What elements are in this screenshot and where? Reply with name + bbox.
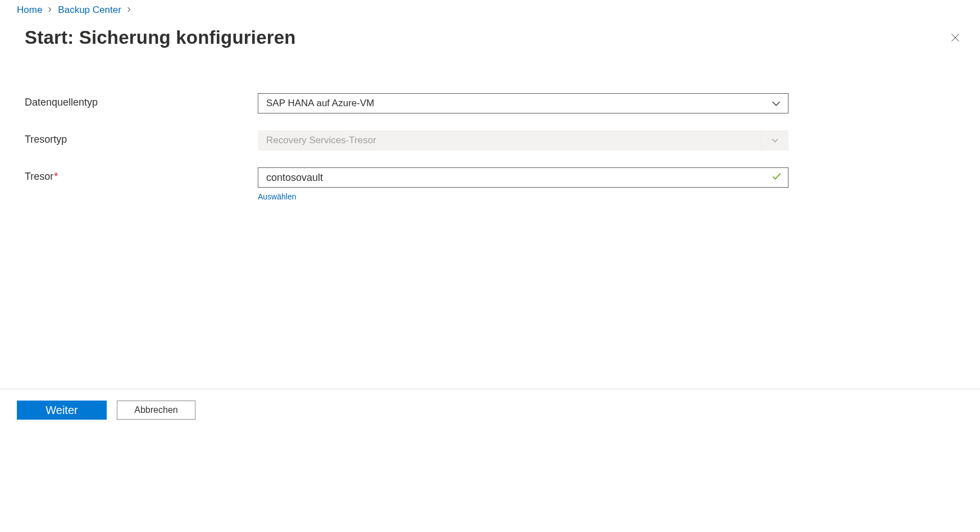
chevron-down-icon [769,96,783,111]
dropdown-datasource-type-value: SAP HANA auf Azure-VM [266,98,374,109]
dropdown-vault-type: Recovery Services-Tresor [258,130,788,151]
label-datasource-type: Datenquellentyp [25,93,258,108]
row-datasource-type: Datenquellentyp SAP HANA auf Azure-VM [25,93,963,113]
close-icon [950,32,961,43]
input-vault[interactable]: contosovault [258,167,788,188]
input-vault-value: contosovault [266,172,323,184]
close-button[interactable] [947,30,963,46]
label-vault-text: Tresor [25,171,53,182]
checkmark-icon [771,171,782,185]
link-select-vault[interactable]: Auswählen [258,192,788,201]
form-area: Datenquellentyp SAP HANA auf Azure-VM Tr… [0,54,980,231]
breadcrumb-home[interactable]: Home [17,4,42,16]
dropdown-vault-type-value: Recovery Services-Tresor [266,135,376,146]
page-header: Start: Sicherung konfigurieren [0,19,980,54]
label-vault-type: Tresortyp [25,130,258,145]
required-marker: * [54,171,58,182]
label-vault: Tresor* [25,167,258,183]
dropdown-datasource-type[interactable]: SAP HANA auf Azure-VM [258,93,788,113]
chevron-down-icon [761,131,788,150]
row-vault: Tresor* contosovault Auswählen [25,167,963,201]
cancel-button[interactable]: Abbrechen [117,401,195,420]
chevron-right-icon [125,6,134,15]
breadcrumb-backup-center[interactable]: Backup Center [58,4,121,16]
chevron-right-icon [45,6,54,15]
next-button[interactable]: Weiter [17,401,107,420]
footer: Weiter Abbrechen [0,389,980,420]
breadcrumb: Home Backup Center [0,0,980,19]
page-title: Start: Sicherung konfigurieren [25,27,296,48]
row-vault-type: Tresortyp Recovery Services-Tresor [25,130,963,151]
